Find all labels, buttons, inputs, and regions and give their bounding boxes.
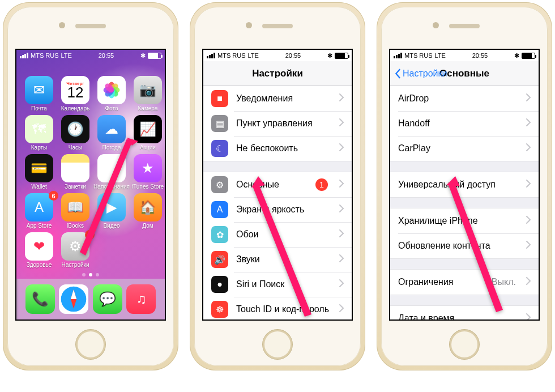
app-label: Карты bbox=[31, 144, 48, 151]
settings-row[interactable]: ✿Обои bbox=[203, 222, 352, 247]
app-label: Заметки bbox=[65, 184, 86, 190]
bluetooth-icon: ✱ bbox=[327, 52, 332, 59]
app-itunes[interactable]: ★iTunes Store bbox=[131, 154, 165, 190]
wallet-icon: 💳 bbox=[25, 154, 53, 182]
signal-icon bbox=[20, 53, 28, 58]
app-health[interactable]: ❤Здоровье bbox=[22, 232, 56, 268]
screen-home: MTS RUS LTE 20:55 ✱ ✉ПочтаЧетверг12Кален… bbox=[15, 49, 166, 321]
network-label: LTE bbox=[248, 52, 259, 59]
battery-icon bbox=[335, 53, 348, 59]
row-label: Дата и время bbox=[398, 313, 518, 319]
app-homeapp[interactable]: 🏠Дом bbox=[131, 193, 165, 229]
app-reminders[interactable]: ☰Напоминания bbox=[95, 154, 129, 190]
music-icon: ♫ bbox=[136, 291, 146, 307]
status-bar: MTS RUS LTE 20:55 ✱ bbox=[390, 50, 539, 61]
homeapp-icon: 🏠 bbox=[134, 193, 162, 221]
settings-row[interactable]: ⚙Основные1 bbox=[203, 172, 352, 197]
app-photos[interactable]: Фото bbox=[95, 76, 129, 112]
row-icon: ☾ bbox=[211, 140, 228, 157]
settings-row[interactable]: ●Siri и Поиск bbox=[203, 272, 352, 297]
settings-row[interactable]: Handoff bbox=[390, 111, 539, 136]
dock-safari[interactable] bbox=[59, 284, 88, 314]
chevron-right-icon bbox=[526, 93, 531, 104]
carrier-label: MTS RUS bbox=[404, 52, 433, 59]
app-settings[interactable]: ⚙1Настройки bbox=[58, 232, 92, 268]
app-camera[interactable]: 📷Камера bbox=[131, 76, 165, 112]
app-ibooks[interactable]: 📖iBooks bbox=[58, 193, 92, 229]
settings-list: ■Уведомления▤Пункт управления☾Не беспоко… bbox=[203, 86, 352, 319]
app-mail[interactable]: ✉Почта bbox=[22, 76, 56, 112]
app-label: Дом bbox=[142, 223, 153, 229]
settings-row[interactable]: ☸Touch ID и код-пароль bbox=[203, 297, 352, 319]
app-label: Почта bbox=[31, 105, 47, 112]
app-clock[interactable]: 🕐Часы bbox=[58, 115, 92, 151]
app-label: Календарь bbox=[61, 105, 89, 112]
signal-icon bbox=[394, 53, 402, 58]
row-label: Обновление контента bbox=[398, 241, 518, 251]
phone-icon: 📞 bbox=[32, 291, 49, 307]
ibooks-icon: 📖 bbox=[61, 193, 89, 221]
app-calendar[interactable]: Четверг12Календарь bbox=[58, 76, 92, 112]
settings-row[interactable]: ☾Не беспокоить bbox=[203, 136, 352, 161]
earpiece bbox=[449, 24, 480, 28]
app-label: Погода bbox=[103, 144, 121, 151]
chevron-right-icon bbox=[526, 216, 531, 226]
back-button[interactable]: Настройки bbox=[394, 69, 447, 79]
settings-row[interactable]: CarPlay bbox=[390, 136, 539, 161]
row-label: Звуки bbox=[236, 254, 331, 265]
app-label: iTunes Store bbox=[132, 184, 164, 190]
app-stocks[interactable]: 📈Акции bbox=[131, 115, 165, 151]
settings-row[interactable]: 🔊Звуки bbox=[203, 247, 352, 272]
ibooks-icon: 📖 bbox=[67, 199, 84, 215]
chevron-right-icon bbox=[339, 304, 344, 314]
camera-icon: 📷 bbox=[134, 76, 162, 104]
page-dots bbox=[16, 273, 165, 276]
status-bar: MTS RUS LTE 20:55 ✱ bbox=[16, 50, 165, 61]
settings-row[interactable]: AirDrop bbox=[390, 86, 539, 111]
front-camera bbox=[246, 22, 252, 28]
app-label: Фото bbox=[105, 105, 118, 112]
settings-row[interactable]: Дата и время bbox=[390, 306, 539, 319]
home-button[interactable] bbox=[76, 330, 105, 359]
app-wallet[interactable]: 💳Wallet bbox=[22, 154, 56, 190]
app-maps[interactable]: 🗺Карты bbox=[22, 115, 56, 151]
app-weather[interactable]: ☁Погода bbox=[95, 115, 129, 151]
home-button[interactable] bbox=[263, 330, 292, 359]
settings-row[interactable]: ■Уведомления bbox=[203, 86, 352, 111]
chevron-right-icon bbox=[526, 241, 531, 251]
chevron-right-icon bbox=[339, 204, 344, 215]
camera-icon: 📷 bbox=[139, 82, 156, 98]
battery-icon bbox=[148, 53, 161, 59]
chevron-right-icon bbox=[339, 279, 344, 289]
row-label: Основные bbox=[236, 180, 308, 190]
home-grid: ✉ПочтаЧетверг12КалендарьФото📷Камера🗺Карт… bbox=[16, 61, 165, 268]
maps-icon: 🗺 bbox=[25, 115, 53, 143]
clock-icon: 🕐 bbox=[67, 121, 84, 137]
dock-msg[interactable]: 💬 bbox=[93, 284, 122, 314]
dock-phone[interactable]: 📞 bbox=[25, 284, 55, 314]
app-appstore[interactable]: A6App Store bbox=[22, 193, 56, 229]
app-video[interactable]: ▶Видео bbox=[95, 193, 129, 229]
stocks-icon: 📈 bbox=[139, 121, 156, 137]
settings-row[interactable]: Универсальный доступ bbox=[390, 172, 539, 197]
settings-row[interactable]: Хранилище iPhone bbox=[390, 208, 539, 233]
screen-settings: MTS RUS LTE 20:55 ✱ Настройки ■Уведомлен… bbox=[202, 49, 353, 321]
home-button[interactable] bbox=[450, 330, 479, 359]
settings-row[interactable]: ОграниченияВыкл. bbox=[390, 270, 539, 295]
app-label: App Store bbox=[27, 223, 52, 229]
phone-home: MTS RUS LTE 20:55 ✱ ✉ПочтаЧетверг12Кален… bbox=[3, 2, 178, 370]
badge: 1 bbox=[85, 230, 95, 240]
chevron-right-icon bbox=[526, 277, 531, 287]
app-notes[interactable]: Заметки bbox=[58, 154, 92, 190]
chevron-right-icon bbox=[526, 118, 531, 129]
earpiece bbox=[75, 24, 106, 28]
settings-row[interactable]: Обновление контента bbox=[390, 233, 539, 258]
settings-row[interactable]: AЭкран и яркость bbox=[203, 197, 352, 222]
settings-row[interactable]: ▤Пункт управления bbox=[203, 111, 352, 136]
badge: 6 bbox=[49, 191, 58, 201]
phone-general: MTS RUS LTE 20:55 ✱ Настройки Основные A… bbox=[377, 2, 552, 370]
photos-icon bbox=[97, 76, 126, 104]
dock-music[interactable]: ♫ bbox=[126, 284, 156, 314]
chevron-left-icon bbox=[394, 69, 402, 79]
row-icon: ▤ bbox=[211, 115, 228, 132]
